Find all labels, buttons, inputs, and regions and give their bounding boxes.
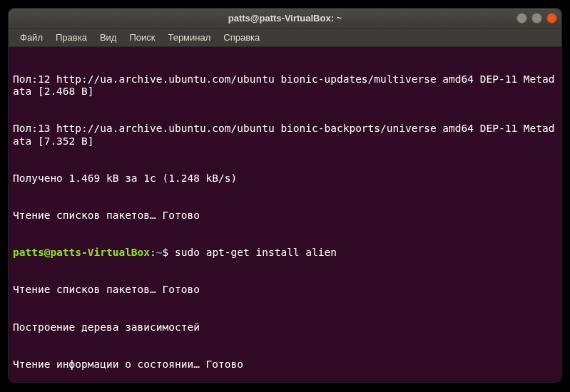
close-icon[interactable] — [546, 13, 557, 24]
output-line: Построение дерева зависимостей — [13, 321, 557, 334]
command-text: sudo apt-get install alien — [175, 247, 337, 258]
menu-search[interactable]: Поиск — [123, 30, 161, 45]
output-line: Чтение списков пакетов… Готово — [13, 210, 557, 222]
terminal-window: patts@patts-VirtualBox: ~ Файл Правка Ви… — [9, 9, 561, 382]
maximize-icon[interactable] — [531, 13, 542, 24]
menu-help[interactable]: Справка — [218, 30, 265, 45]
menu-edit[interactable]: Правка — [50, 30, 93, 45]
window-controls — [516, 13, 557, 24]
prompt-colon: : — [150, 247, 156, 258]
output-line: Пол:13 http://ua.archive.ubuntu.com/ubun… — [13, 123, 557, 148]
titlebar[interactable]: patts@patts-VirtualBox: ~ — [9, 9, 561, 29]
menu-view[interactable]: Вид — [94, 30, 123, 45]
menu-terminal[interactable]: Терминал — [162, 30, 216, 45]
output-line: Пол:12 http://ua.archive.ubuntu.com/ubun… — [13, 73, 557, 98]
prompt-line: patts@patts-VirtualBox:~$ sudo apt-get i… — [13, 247, 557, 259]
menubar: Файл Правка Вид Поиск Терминал Справка — [9, 29, 561, 47]
prompt-dollar: $ — [163, 247, 175, 258]
output-line: Чтение списков пакетов… Готово — [13, 284, 557, 296]
minimize-icon[interactable] — [516, 13, 527, 24]
output-line: Получено 1.469 kB за 1с (1.248 kB/s) — [13, 172, 557, 185]
prompt-user-host: patts@patts-VirtualBox — [13, 247, 150, 258]
terminal-output[interactable]: Пол:12 http://ua.archive.ubuntu.com/ubun… — [9, 47, 561, 382]
output-line: Чтение информации о состоянии… Готово — [13, 359, 557, 371]
prompt-path: ~ — [156, 247, 163, 258]
menu-file[interactable]: Файл — [14, 30, 49, 45]
window-title: patts@patts-VirtualBox: ~ — [228, 13, 342, 24]
